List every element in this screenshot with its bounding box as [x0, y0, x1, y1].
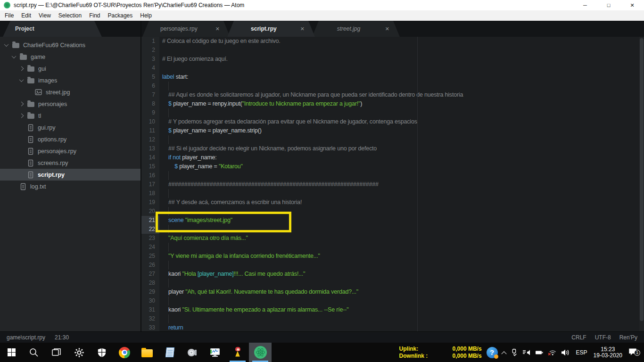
tray-usb-icon[interactable] [510, 348, 518, 356]
project-tab[interactable]: Project [3, 21, 102, 37]
menu-packages[interactable]: Packages [104, 10, 137, 21]
taskbar-atom[interactable] [249, 343, 272, 362]
tray-helper-icon[interactable]: ? [487, 347, 498, 358]
tree-item-gui[interactable]: gui [0, 63, 140, 74]
tab-street-jpg[interactable]: street.jpg✕ [312, 21, 400, 37]
code-line-6[interactable]: 6 [141, 82, 644, 90]
code-line-30[interactable]: 30 [141, 296, 644, 305]
code-line-12[interactable]: 12 [141, 135, 644, 144]
language-indicator[interactable]: ESP [575, 349, 589, 356]
menu-help[interactable]: Help [136, 10, 156, 21]
code-line-10[interactable]: 10 # Y podemos agregar esta declaración … [141, 117, 644, 126]
code-line-3[interactable]: 3# El juego comienza aquí. [141, 55, 644, 64]
taskbar-speaker-app[interactable] [181, 343, 204, 362]
code-line-14[interactable]: 14 if not player_name: [141, 153, 644, 162]
tree-item-screens-rpy[interactable]: screens.rpy [0, 157, 140, 169]
status-file-path[interactable]: game\script.rpy [7, 334, 45, 341]
code-line-26[interactable]: 26 [141, 261, 644, 270]
tray-mixer-icon[interactable] [522, 349, 531, 356]
chevron-right-icon[interactable] [19, 66, 24, 71]
scrollbar-thumb[interactable] [640, 38, 644, 321]
network-speed-widget[interactable]: Uplink: 0,000 MB/s Downlink : 0,000 MB/s [399, 346, 482, 359]
minimize-button[interactable]: ─ [573, 0, 597, 10]
code-line-17[interactable]: 17 #####################################… [141, 180, 644, 189]
taskbar-defender[interactable] [91, 343, 113, 362]
code-line-19[interactable]: 19 ## Y desde acá, comenzamos a escribir… [141, 198, 644, 207]
tree-item-gui-rpy[interactable]: gui.rpy [0, 122, 140, 133]
code-line-5[interactable]: 5label start: [141, 73, 644, 82]
status-line-ending[interactable]: CRLF [571, 334, 586, 341]
tree-item-images[interactable]: images [0, 74, 140, 86]
tray-chevron-up-icon[interactable] [502, 351, 506, 354]
taskbar-start[interactable] [0, 343, 23, 362]
code-line-33[interactable]: 33 return [141, 323, 644, 331]
tray-volume-icon[interactable] [561, 349, 570, 356]
tree-item-personajes[interactable]: personajes [0, 98, 140, 110]
menu-selection[interactable]: Selection [55, 10, 85, 21]
code-line-2[interactable]: 2 [141, 46, 644, 55]
code-line-23[interactable]: 23 "Aquí comienza otro día más..." [141, 234, 644, 243]
code-line-18[interactable]: 18 [141, 189, 644, 198]
tray-battery-icon[interactable] [535, 349, 544, 356]
code-line-15[interactable]: 15 $ player_name = "Kotarou" [141, 162, 644, 171]
code-line-31[interactable]: 31 kaori "Si. Ultimamente he empezado a … [141, 305, 644, 314]
status-encoding[interactable]: UTF-8 [595, 334, 611, 341]
tab-close-icon[interactable]: ✕ [300, 26, 315, 32]
menu-file[interactable]: File [1, 10, 17, 21]
chevron-right-icon[interactable] [19, 102, 24, 107]
code-line-25[interactable]: 25 "Y viene mi amiga de la infancia corr… [141, 252, 644, 261]
code-line-29[interactable]: 29 player "Ah, qué tal Kaori!. Nuevament… [141, 288, 644, 296]
tree-item-log-txt[interactable]: log.txt [0, 181, 140, 192]
menu-view[interactable]: View [35, 10, 55, 21]
close-button[interactable]: ✕ [620, 0, 644, 10]
chevron-down-icon[interactable] [12, 54, 17, 58]
editor-scrollbar[interactable] [639, 37, 644, 331]
code-line-27[interactable]: 27 kaori "Hola [player_name]!!!... Casi … [141, 270, 644, 279]
code-line-13[interactable]: 13 ## Si el jugador decide no elegir un … [141, 144, 644, 153]
tab-script-rpy[interactable]: script.rpy✕ [227, 21, 315, 37]
taskbar-notepad[interactable] [158, 343, 181, 362]
chevron-down-icon[interactable] [19, 77, 24, 82]
downlink-label: Downlink : [399, 353, 428, 359]
maximize-button[interactable]: □ [597, 0, 620, 10]
code-line-7[interactable]: 7 ## Aquí es donde le solicitaremos al j… [141, 90, 644, 99]
tab-close-icon[interactable]: ✕ [385, 26, 400, 32]
code-line-11[interactable]: 11 $ player_name = player_name.strip() [141, 126, 644, 135]
chevron-down-icon[interactable] [4, 42, 9, 47]
tab-close-icon[interactable]: ✕ [215, 26, 230, 32]
tab-personajes-rpy[interactable]: personajes.rpy✕ [142, 21, 230, 37]
line-number: 29 [141, 288, 159, 296]
code-line-32[interactable]: 32 [141, 314, 644, 323]
taskbar-explorer[interactable] [136, 343, 158, 362]
code-line-28[interactable]: 28 [141, 279, 644, 288]
notification-center-button[interactable]: 1 [627, 347, 641, 358]
chevron-right-icon[interactable] [19, 114, 24, 118]
taskbar-renpy[interactable] [226, 343, 249, 362]
editor[interactable]: 1# Coloca el código de tu juego en este … [141, 37, 644, 331]
code-line-8[interactable]: 8 $ player_name = renpy.input("Introduce… [141, 99, 644, 108]
taskbar-monitor-app[interactable] [204, 343, 226, 362]
tree-item-street-jpg[interactable]: street.jpg [0, 86, 140, 98]
status-grammar[interactable]: Ren'Py [619, 334, 637, 341]
tree-item-personajes-rpy[interactable]: personajes.rpy [0, 145, 140, 157]
taskbar-settings[interactable] [68, 343, 91, 362]
code-line-1[interactable]: 1# Coloca el código de tu juego en este … [141, 37, 644, 46]
code-text [159, 261, 644, 270]
status-cursor-position[interactable]: 21:30 [55, 334, 69, 341]
taskbar-search[interactable] [23, 343, 45, 362]
code-line-16[interactable]: 16 [141, 171, 644, 180]
tree-item-script-rpy[interactable]: script.rpy [0, 169, 140, 181]
menu-find[interactable]: Find [85, 10, 104, 21]
code-line-24[interactable]: 24 [141, 243, 644, 252]
clock[interactable]: 15:23 19-03-2020 [594, 346, 622, 359]
menu-edit[interactable]: Edit [17, 10, 35, 21]
tree-item-tl[interactable]: tl [0, 110, 140, 122]
taskbar-task-view[interactable] [45, 343, 68, 362]
code-line-9[interactable]: 9 [141, 108, 644, 117]
taskbar-chrome[interactable] [113, 343, 136, 362]
tree-item-game[interactable]: game [0, 51, 140, 63]
tree-item-options-rpy[interactable]: options.rpy [0, 133, 140, 145]
tray-wifi-off-icon[interactable] [548, 349, 557, 356]
tree-item-charliefuu69-creations[interactable]: CharlieFuu69 Creations [0, 39, 140, 51]
code-line-4[interactable]: 4 [141, 64, 644, 73]
